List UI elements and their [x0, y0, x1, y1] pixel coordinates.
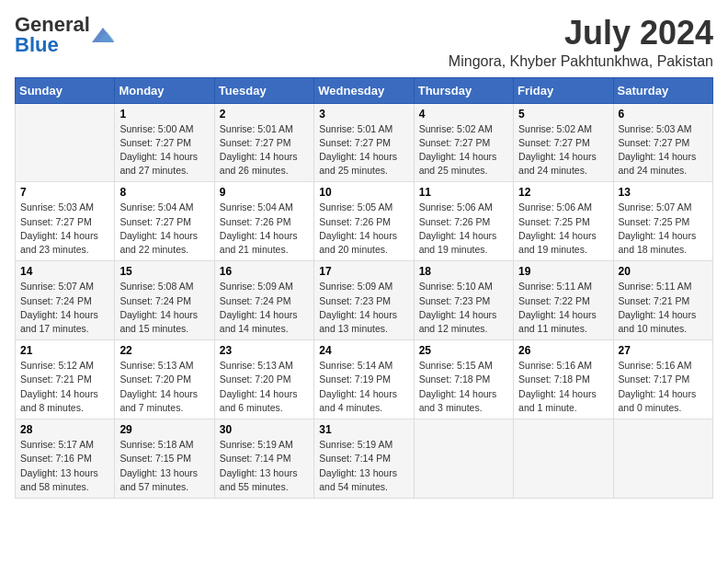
day-info: Sunrise: 5:04 AMSunset: 7:27 PMDaylight:…	[119, 201, 209, 257]
weekday-header-row: SundayMondayTuesdayWednesdayThursdayFrid…	[16, 77, 713, 103]
day-info: Sunrise: 5:19 AMSunset: 7:14 PMDaylight:…	[220, 438, 309, 494]
day-info: Sunrise: 5:06 AMSunset: 7:26 PMDaylight:…	[419, 201, 508, 257]
weekday-header-sunday: Sunday	[16, 77, 115, 103]
calendar-cell: 31Sunrise: 5:19 AMSunset: 7:14 PMDayligh…	[314, 419, 414, 499]
calendar-cell: 25Sunrise: 5:15 AMSunset: 7:18 PMDayligh…	[414, 340, 513, 419]
calendar-cell: 3Sunrise: 5:01 AMSunset: 7:27 PMDaylight…	[314, 103, 414, 182]
calendar-week-row: 14Sunrise: 5:07 AMSunset: 7:24 PMDayligh…	[16, 261, 713, 340]
calendar-cell: 19Sunrise: 5:11 AMSunset: 7:22 PMDayligh…	[514, 261, 613, 340]
day-number: 22	[119, 344, 209, 357]
calendar-header: SundayMondayTuesdayWednesdayThursdayFrid…	[16, 77, 713, 103]
calendar-cell: 16Sunrise: 5:09 AMSunset: 7:24 PMDayligh…	[214, 261, 313, 340]
day-number: 29	[119, 423, 209, 436]
day-info: Sunrise: 5:12 AMSunset: 7:21 PMDaylight:…	[20, 359, 109, 415]
calendar-cell: 2Sunrise: 5:01 AMSunset: 7:27 PMDaylight…	[214, 103, 313, 182]
day-number: 28	[20, 423, 109, 436]
calendar-table: SundayMondayTuesdayWednesdayThursdayFrid…	[15, 77, 713, 499]
day-info: Sunrise: 5:11 AMSunset: 7:22 PMDaylight:…	[518, 280, 608, 336]
day-info: Sunrise: 5:07 AMSunset: 7:24 PMDaylight:…	[20, 280, 109, 336]
day-number: 3	[319, 108, 408, 121]
day-number: 25	[419, 344, 508, 357]
day-info: Sunrise: 5:08 AMSunset: 7:24 PMDaylight:…	[119, 280, 209, 336]
day-number: 9	[220, 186, 309, 199]
day-info: Sunrise: 5:11 AMSunset: 7:21 PMDaylight:…	[619, 280, 708, 336]
day-number: 11	[419, 186, 508, 199]
calendar-cell: 1Sunrise: 5:00 AMSunset: 7:27 PMDaylight…	[115, 103, 214, 182]
day-number: 2	[220, 108, 309, 121]
day-number: 19	[518, 265, 608, 278]
month-year-title: July 2024	[449, 15, 713, 52]
day-info: Sunrise: 5:01 AMSunset: 7:27 PMDaylight:…	[220, 122, 309, 178]
title-section: July 2024 Mingora, Khyber Pakhtunkhwa, P…	[449, 15, 713, 70]
calendar-cell: 24Sunrise: 5:14 AMSunset: 7:19 PMDayligh…	[314, 340, 414, 419]
day-number: 23	[220, 344, 309, 357]
day-number: 14	[20, 265, 109, 278]
logo-text: General Blue	[15, 15, 90, 55]
day-info: Sunrise: 5:07 AMSunset: 7:25 PMDaylight:…	[619, 201, 708, 257]
calendar-cell: 7Sunrise: 5:03 AMSunset: 7:27 PMDaylight…	[16, 182, 115, 261]
day-number: 7	[20, 186, 109, 199]
calendar-cell: 17Sunrise: 5:09 AMSunset: 7:23 PMDayligh…	[314, 261, 414, 340]
day-info: Sunrise: 5:02 AMSunset: 7:27 PMDaylight:…	[518, 122, 608, 178]
weekday-header-saturday: Saturday	[613, 77, 712, 103]
calendar-cell	[613, 419, 712, 499]
weekday-header-thursday: Thursday	[414, 77, 513, 103]
day-info: Sunrise: 5:03 AMSunset: 7:27 PMDaylight:…	[20, 201, 109, 257]
page-header: General Blue July 2024 Mingora, Khyber P…	[15, 15, 713, 70]
weekday-header-friday: Friday	[514, 77, 613, 103]
day-info: Sunrise: 5:13 AMSunset: 7:20 PMDaylight:…	[220, 359, 309, 415]
calendar-week-row: 7Sunrise: 5:03 AMSunset: 7:27 PMDaylight…	[16, 182, 713, 261]
calendar-cell: 11Sunrise: 5:06 AMSunset: 7:26 PMDayligh…	[414, 182, 513, 261]
calendar-week-row: 21Sunrise: 5:12 AMSunset: 7:21 PMDayligh…	[16, 340, 713, 419]
day-number: 1	[119, 108, 209, 121]
logo: General Blue	[15, 15, 114, 55]
day-info: Sunrise: 5:13 AMSunset: 7:20 PMDaylight:…	[119, 359, 209, 415]
logo-blue: Blue	[15, 33, 59, 56]
day-number: 10	[319, 186, 408, 199]
location-text: Mingora, Khyber Pakhtunkhwa, Pakistan	[449, 53, 713, 70]
day-number: 31	[319, 423, 408, 436]
day-number: 16	[220, 265, 309, 278]
day-number: 6	[619, 108, 708, 121]
day-info: Sunrise: 5:16 AMSunset: 7:18 PMDaylight:…	[518, 359, 608, 415]
day-number: 12	[518, 186, 608, 199]
day-info: Sunrise: 5:18 AMSunset: 7:15 PMDaylight:…	[119, 438, 209, 494]
calendar-cell: 5Sunrise: 5:02 AMSunset: 7:27 PMDaylight…	[514, 103, 613, 182]
calendar-cell: 23Sunrise: 5:13 AMSunset: 7:20 PMDayligh…	[214, 340, 313, 419]
weekday-header-wednesday: Wednesday	[314, 77, 414, 103]
calendar-week-row: 28Sunrise: 5:17 AMSunset: 7:16 PMDayligh…	[16, 419, 713, 499]
day-info: Sunrise: 5:02 AMSunset: 7:27 PMDaylight:…	[419, 122, 508, 178]
calendar-cell: 27Sunrise: 5:16 AMSunset: 7:17 PMDayligh…	[613, 340, 712, 419]
day-number: 20	[619, 265, 708, 278]
calendar-cell: 18Sunrise: 5:10 AMSunset: 7:23 PMDayligh…	[414, 261, 513, 340]
calendar-cell: 28Sunrise: 5:17 AMSunset: 7:16 PMDayligh…	[16, 419, 115, 499]
day-number: 5	[518, 108, 608, 121]
day-number: 30	[220, 423, 309, 436]
day-number: 13	[619, 186, 708, 199]
calendar-cell: 22Sunrise: 5:13 AMSunset: 7:20 PMDayligh…	[115, 340, 214, 419]
calendar-cell: 12Sunrise: 5:06 AMSunset: 7:25 PMDayligh…	[514, 182, 613, 261]
day-number: 17	[319, 265, 408, 278]
calendar-cell: 21Sunrise: 5:12 AMSunset: 7:21 PMDayligh…	[16, 340, 115, 419]
day-info: Sunrise: 5:00 AMSunset: 7:27 PMDaylight:…	[119, 122, 209, 178]
calendar-cell	[514, 419, 613, 499]
day-info: Sunrise: 5:09 AMSunset: 7:24 PMDaylight:…	[220, 280, 309, 336]
calendar-cell: 15Sunrise: 5:08 AMSunset: 7:24 PMDayligh…	[115, 261, 214, 340]
calendar-cell: 4Sunrise: 5:02 AMSunset: 7:27 PMDaylight…	[414, 103, 513, 182]
day-number: 27	[619, 344, 708, 357]
day-info: Sunrise: 5:10 AMSunset: 7:23 PMDaylight:…	[419, 280, 508, 336]
calendar-week-row: 1Sunrise: 5:00 AMSunset: 7:27 PMDaylight…	[16, 103, 713, 182]
calendar-cell: 29Sunrise: 5:18 AMSunset: 7:15 PMDayligh…	[115, 419, 214, 499]
day-info: Sunrise: 5:03 AMSunset: 7:27 PMDaylight:…	[619, 122, 708, 178]
day-info: Sunrise: 5:04 AMSunset: 7:26 PMDaylight:…	[220, 201, 309, 257]
calendar-cell: 20Sunrise: 5:11 AMSunset: 7:21 PMDayligh…	[613, 261, 712, 340]
calendar-cell: 13Sunrise: 5:07 AMSunset: 7:25 PMDayligh…	[613, 182, 712, 261]
calendar-cell: 10Sunrise: 5:05 AMSunset: 7:26 PMDayligh…	[314, 182, 414, 261]
calendar-cell: 6Sunrise: 5:03 AMSunset: 7:27 PMDaylight…	[613, 103, 712, 182]
day-info: Sunrise: 5:05 AMSunset: 7:26 PMDaylight:…	[319, 201, 408, 257]
logo-icon	[92, 28, 114, 42]
calendar-cell: 30Sunrise: 5:19 AMSunset: 7:14 PMDayligh…	[214, 419, 313, 499]
weekday-header-tuesday: Tuesday	[214, 77, 313, 103]
day-number: 21	[20, 344, 109, 357]
day-number: 24	[319, 344, 408, 357]
